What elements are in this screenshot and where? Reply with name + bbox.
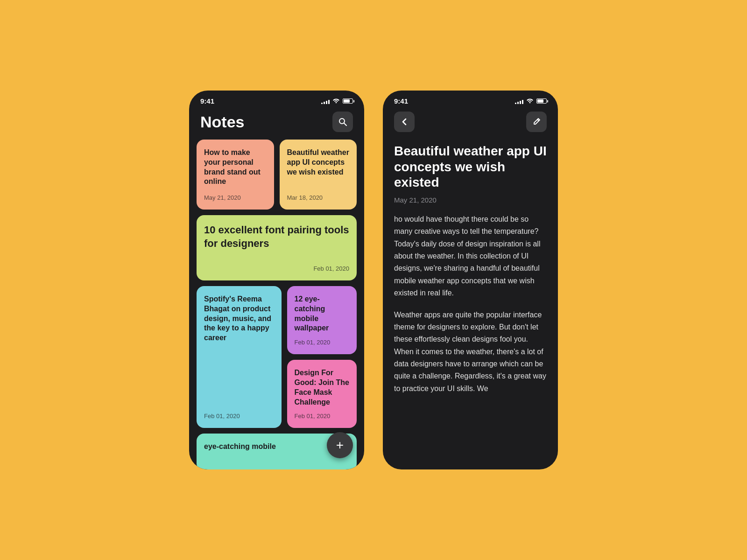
note-card-5[interactable]: 12 eye-catching mobile wallpaper Feb 01,… [287,286,357,354]
note-text-3: 10 excellent font pairing tools for desi… [204,224,349,250]
note-text-4: Spotify's Reema Bhagat on product design… [204,294,274,343]
note-card-7[interactable]: Design For Good: Join The Face Mask Chal… [287,360,357,428]
right-phone: 9:41 [383,91,558,469]
notes-row-3: Spotify's Reema Bhagat on product design… [197,286,357,428]
note-date-1: May 21, 2020 [204,194,267,201]
detail-header [383,108,558,140]
battery-icon [343,98,353,104]
note-date-7: Feb 01, 2020 [295,413,350,420]
notes-header: Notes [189,108,364,140]
note-text-1: How to make your personal brand stand ou… [204,148,267,187]
svg-line-2 [537,119,539,121]
signal-icon-right [515,98,523,104]
detail-paragraph-2: Weather apps are quite the popular inter… [394,309,547,395]
note-text-2: Beautiful weather app UI concepts we wis… [287,148,350,177]
status-icons-right [515,98,547,105]
notes-row-1: How to make your personal brand stand ou… [197,140,357,210]
notes-title: Notes [200,113,244,131]
left-phone: 9:41 Notes [189,91,364,469]
edit-button[interactable] [526,112,547,132]
notes-grid: How to make your personal brand stand ou… [189,140,364,469]
fab-button[interactable]: + [327,432,353,458]
note-card-4[interactable]: Spotify's Reema Bhagat on product design… [197,286,282,428]
back-button[interactable] [394,112,415,132]
detail-paragraph-1: ho would have thought there could be so … [394,213,547,300]
status-bar-right: 9:41 [383,91,558,108]
note-date-4: Feb 01, 2020 [204,413,274,420]
battery-icon-right [536,98,547,104]
status-icons-left [321,98,353,105]
note-card-1[interactable]: How to make your personal brand stand ou… [197,140,274,210]
add-icon: + [336,439,344,452]
note-date-5: Feb 01, 2020 [295,339,350,346]
note-card-2[interactable]: Beautiful weather app UI concepts we wis… [280,140,357,210]
status-time-left: 9:41 [200,97,214,105]
note-text-7: Design For Good: Join The Face Mask Chal… [295,368,350,407]
note-date-2: Mar 18, 2020 [287,194,350,201]
status-time-right: 9:41 [394,97,408,105]
notes-row-2: 10 excellent font pairing tools for desi… [197,215,357,280]
note-card-3[interactable]: 10 excellent font pairing tools for desi… [197,215,357,280]
detail-body: ho would have thought there could be so … [394,213,547,395]
detail-title: Beautiful weather app UI concepts we wis… [394,143,547,190]
wifi-icon [332,98,340,105]
detail-date: May 21, 2020 [394,196,547,204]
note-date-3: Feb 01, 2020 [204,265,349,272]
svg-line-1 [344,123,346,126]
wifi-icon-right [526,98,534,105]
note-text-5: 12 eye-catching mobile wallpaper [295,294,350,333]
status-bar-left: 9:41 [189,91,364,108]
signal-icon [321,98,330,104]
detail-content: Beautiful weather app UI concepts we wis… [383,140,558,469]
search-button[interactable] [332,112,353,132]
